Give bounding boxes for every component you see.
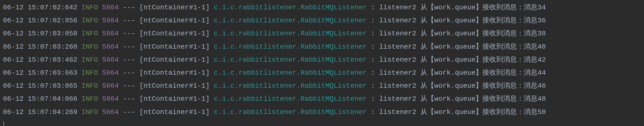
log-separator: : [371, 4, 375, 11]
log-separator: : [371, 56, 375, 64]
log-line: 06-12 15:07:02:642 INFO 5864 --- [ntCont… [3, 1, 641, 14]
log-logger: c.i.c.rabbitlistener.RabbitMQListener [214, 43, 367, 51]
log-dashes: --- [123, 17, 135, 24]
log-dashes: --- [123, 43, 135, 51]
log-pid: 5864 [102, 17, 118, 24]
log-output[interactable]: 06-12 15:07:02:642 INFO 5864 --- [ntCont… [3, 1, 641, 126]
log-separator: : [371, 95, 375, 103]
log-line: 06-12 15:07:03:260 INFO 5864 --- [ntCont… [3, 40, 641, 53]
log-dashes: --- [123, 69, 135, 77]
log-timestamp: 06-12 15:07:02:856 [3, 17, 77, 24]
log-message: listener2 从【work.queue】接收到消息：消息40 [379, 43, 546, 51]
log-separator: : [371, 108, 375, 116]
log-logger: c.i.c.rabbitlistener.RabbitMQListener [214, 30, 367, 37]
log-line: 06-12 15:07:04:066 INFO 5864 --- [ntCont… [3, 92, 641, 105]
log-thread: [ntContainer#1-1] [140, 95, 210, 103]
text-cursor [4, 121, 4, 126]
log-pid: 5864 [102, 69, 118, 77]
log-message: listener2 从【work.queue】接收到消息：消息38 [379, 30, 546, 37]
log-dashes: --- [123, 108, 135, 116]
log-line: 06-12 15:07:03:462 INFO 5864 --- [ntCont… [3, 53, 641, 66]
log-message: listener2 从【work.queue】接收到消息：消息48 [379, 95, 546, 103]
log-pid: 5864 [102, 95, 118, 103]
log-line: 06-12 15:07:04:269 INFO 5864 --- [ntCont… [3, 106, 641, 119]
log-timestamp: 06-12 15:07:03:260 [3, 43, 77, 51]
log-logger: c.i.c.rabbitlistener.RabbitMQListener [214, 69, 367, 77]
log-message: listener2 从【work.queue】接收到消息：消息50 [379, 108, 546, 116]
log-line: 06-12 15:07:03:058 INFO 5864 --- [ntCont… [3, 27, 641, 40]
log-timestamp: 06-12 15:07:03:663 [3, 69, 77, 77]
log-level: INFO [82, 82, 98, 90]
log-logger: c.i.c.rabbitlistener.RabbitMQListener [214, 108, 367, 116]
log-level: INFO [82, 56, 98, 64]
log-pid: 5864 [102, 30, 118, 37]
log-timestamp: 06-12 15:07:03:058 [3, 30, 77, 37]
log-level: INFO [82, 69, 98, 77]
log-timestamp: 06-12 15:07:03:865 [3, 82, 77, 90]
log-level: INFO [82, 30, 98, 37]
log-pid: 5864 [102, 108, 118, 116]
log-dashes: --- [123, 82, 135, 90]
log-level: INFO [82, 4, 98, 11]
log-pid: 5864 [102, 56, 118, 64]
log-logger: c.i.c.rabbitlistener.RabbitMQListener [214, 4, 367, 11]
cursor-line [3, 119, 641, 126]
log-thread: [ntContainer#1-1] [140, 82, 210, 90]
log-logger: c.i.c.rabbitlistener.RabbitMQListener [214, 56, 367, 64]
log-line: 06-12 15:07:03:865 INFO 5864 --- [ntCont… [3, 79, 641, 92]
log-pid: 5864 [102, 43, 118, 51]
log-logger: c.i.c.rabbitlistener.RabbitMQListener [214, 95, 367, 103]
log-separator: : [371, 82, 375, 90]
log-dashes: --- [123, 56, 135, 64]
log-separator: : [371, 43, 375, 51]
log-thread: [ntContainer#1-1] [140, 17, 210, 24]
log-timestamp: 06-12 15:07:04:269 [3, 108, 77, 116]
log-thread: [ntContainer#1-1] [140, 108, 210, 116]
log-pid: 5864 [102, 82, 118, 90]
log-timestamp: 06-12 15:07:02:642 [3, 4, 77, 11]
log-timestamp: 06-12 15:07:04:066 [3, 95, 77, 103]
log-thread: [ntContainer#1-1] [140, 30, 210, 37]
log-message: listener2 从【work.queue】接收到消息：消息46 [379, 82, 546, 90]
log-timestamp: 06-12 15:07:03:462 [3, 56, 77, 64]
log-dashes: --- [123, 95, 135, 103]
log-level: INFO [82, 17, 98, 24]
log-dashes: --- [123, 30, 135, 37]
log-logger: c.i.c.rabbitlistener.RabbitMQListener [214, 17, 367, 24]
log-message: listener2 从【work.queue】接收到消息：消息44 [379, 69, 546, 77]
log-line: 06-12 15:07:02:856 INFO 5864 --- [ntCont… [3, 14, 641, 27]
log-logger: c.i.c.rabbitlistener.RabbitMQListener [214, 82, 367, 90]
log-thread: [ntContainer#1-1] [140, 43, 210, 51]
log-message: listener2 从【work.queue】接收到消息：消息42 [379, 56, 546, 64]
log-dashes: --- [123, 4, 135, 11]
log-level: INFO [82, 95, 98, 103]
log-message: listener2 从【work.queue】接收到消息：消息34 [379, 4, 546, 11]
log-thread: [ntContainer#1-1] [140, 4, 210, 11]
log-level: INFO [82, 43, 98, 51]
log-message: listener2 从【work.queue】接收到消息：消息36 [379, 17, 546, 24]
log-thread: [ntContainer#1-1] [140, 56, 210, 64]
log-separator: : [371, 30, 375, 37]
log-separator: : [371, 17, 375, 24]
log-line: 06-12 15:07:03:663 INFO 5864 --- [ntCont… [3, 66, 641, 79]
log-pid: 5864 [102, 4, 118, 11]
log-separator: : [371, 69, 375, 77]
log-level: INFO [82, 108, 98, 116]
log-thread: [ntContainer#1-1] [140, 69, 210, 77]
